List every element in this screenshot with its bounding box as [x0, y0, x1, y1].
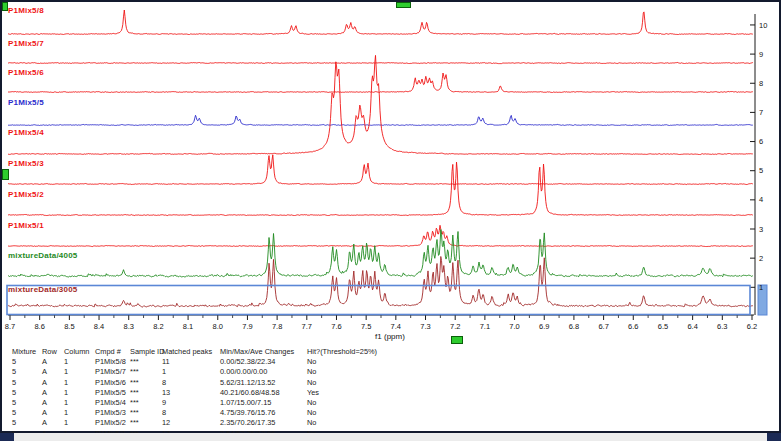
spectrum-label-p1mix5-8[interactable]: P1Mix5/8	[8, 6, 44, 15]
table-cell: P1Mix5/5	[95, 388, 130, 398]
table-cell: A	[42, 408, 64, 418]
spectrum-label-p1mix5-5[interactable]: P1Mix5/5	[8, 98, 44, 107]
table-row[interactable]: 5A1P1Mix5/4***91.07/15.00/7.15No	[2, 398, 779, 408]
table-header-cell: Column	[64, 347, 95, 357]
table-cell: 2.35/70.26/17.35	[220, 418, 307, 428]
spectrum-label-p1mix5-7[interactable]: P1Mix5/7	[8, 39, 44, 48]
spectrum-label-mixturedata-3005[interactable]: mixtureData/3005	[8, 285, 77, 294]
table-header-cell: Hit?(Threshold=25%)	[307, 347, 779, 357]
table-cell: 1	[64, 367, 95, 377]
table-cell: 5	[12, 367, 42, 377]
table-cell: P1Mix5/7	[95, 367, 130, 377]
x-tick-label: 7.1	[480, 322, 490, 331]
selection-handle-top-center-icon[interactable]	[396, 2, 411, 8]
y-tick-label: 7	[759, 108, 763, 117]
x-tick-label: 8.2	[153, 322, 163, 331]
table-cell: A	[42, 398, 64, 408]
table-cell: 1.07/15.00/7.15	[220, 398, 307, 408]
y-tick-label: 6	[759, 137, 763, 146]
x-tick-label: 7.6	[331, 322, 341, 331]
table-cell: 11	[162, 357, 220, 367]
table-cell: 5	[12, 357, 42, 367]
table-cell: P1Mix5/2	[95, 418, 130, 428]
table-cell: 1	[64, 398, 95, 408]
table-cell: ***	[130, 357, 162, 367]
x-tick-label: 8.5	[64, 322, 74, 331]
table-header-cell: Sample ID	[130, 347, 162, 357]
results-table: MixtureRowColumnCmpd #Sample IDMatched p…	[2, 347, 779, 439]
table-cell: No	[307, 378, 779, 388]
table-cell: ***	[130, 418, 162, 428]
table-cell: ***	[130, 378, 162, 388]
table-header-cell: Matched peaks	[162, 347, 220, 357]
trace-p1mix5-6[interactable]	[8, 73, 753, 93]
table-cell: 8	[162, 408, 220, 418]
x-tick-label: 8.3	[124, 322, 134, 331]
selection-handle-bottom-center-icon[interactable]	[451, 336, 463, 344]
x-tick-label: 7.4	[391, 322, 401, 331]
table-cell: ***	[130, 367, 162, 377]
x-tick-label: 6.9	[539, 322, 549, 331]
trace-mixturedata-3005[interactable]	[8, 257, 753, 308]
spectrum-label-p1mix5-6[interactable]: P1Mix5/6	[8, 68, 44, 77]
trace-p1mix5-8[interactable]	[8, 10, 753, 35]
x-tick-label: 7.3	[420, 322, 430, 331]
trace-mixturedata-4005[interactable]	[8, 230, 753, 278]
table-cell: P1Mix5/4	[95, 398, 130, 408]
trace-p1mix5-2[interactable]	[8, 162, 753, 215]
table-header-cell: Min/Max/Ave Changes	[220, 347, 307, 357]
table-row[interactable]: 5A1P1Mix5/6***85.62/31.12/13.52No	[2, 378, 779, 388]
table-cell: 1	[64, 378, 95, 388]
table-row[interactable]: 5A1P1Mix5/5***1340.21/60.68/48.58Yes	[2, 388, 779, 398]
trace-p1mix5-4[interactable]	[8, 55, 753, 154]
spectrum-label-p1mix5-1[interactable]: P1Mix5/1	[8, 221, 44, 230]
y-tick-label: 1	[759, 283, 763, 292]
table-cell: 40.21/60.68/48.58	[220, 388, 307, 398]
table-cell: 1	[162, 367, 220, 377]
page-margin	[0, 433, 781, 441]
spectrum-label-mixturedata-4005[interactable]: mixtureData/4005	[8, 251, 77, 260]
table-cell: 5	[12, 378, 42, 388]
selection-handle-top-left-icon[interactable]	[2, 2, 8, 11]
table-header-cell: Cmpd #	[95, 347, 130, 357]
selection-handle-left-middle-icon[interactable]	[2, 169, 9, 180]
table-cell: 4.75/39.76/15.76	[220, 408, 307, 418]
x-tick-label: 8.4	[94, 322, 104, 331]
spectrum-label-p1mix5-3[interactable]: P1Mix5/3	[8, 159, 44, 168]
x-tick-label: 6.2	[747, 322, 757, 331]
spectrum-label-p1mix5-4[interactable]: P1Mix5/4	[8, 128, 44, 137]
table-row[interactable]: 5A1P1Mix5/3***84.75/39.76/15.76No	[2, 408, 779, 418]
table-cell: No	[307, 418, 779, 428]
table-cell: A	[42, 388, 64, 398]
table-row[interactable]: 5A1P1Mix5/2***122.35/70.26/17.35No	[2, 418, 779, 428]
table-row[interactable]: 5A1P1Mix5/8***110.00/52.38/22.34No	[2, 357, 779, 367]
nmr-stacked-plot[interactable]: 8.78.68.58.48.38.28.18.07.97.87.77.67.57…	[2, 2, 779, 347]
x-tick-label: 7.8	[272, 322, 282, 331]
y-tick-label: 9	[759, 50, 763, 59]
x-tick-label: 8.1	[183, 322, 193, 331]
x-axis-title: f1 (ppm)	[375, 332, 405, 341]
table-cell: No	[307, 408, 779, 418]
x-tick-label: 6.6	[628, 322, 638, 331]
table-cell: No	[307, 357, 779, 367]
x-tick-label: 8.6	[34, 322, 44, 331]
x-tick-label: 6.7	[598, 322, 608, 331]
table-row[interactable]: 5A1P1Mix5/7***10.00/0.00/0.00No	[2, 367, 779, 377]
table-cell: P1Mix5/3	[95, 408, 130, 418]
table-header-cell: Mixture	[12, 347, 42, 357]
y-tick-label: 10	[759, 21, 767, 30]
table-cell: 12	[162, 418, 220, 428]
trace-p1mix5-3[interactable]	[8, 155, 753, 185]
table-cell: 0.00/52.38/22.34	[220, 357, 307, 367]
trace-p1mix5-7[interactable]	[8, 63, 753, 64]
table-cell: 1	[64, 418, 95, 428]
x-tick-label: 7.0	[509, 322, 519, 331]
x-tick-label: 6.3	[717, 322, 727, 331]
spectrum-label-p1mix5-2[interactable]: P1Mix5/2	[8, 190, 44, 199]
x-tick-label: 6.5	[658, 322, 668, 331]
table-header-cell: Row	[42, 347, 64, 357]
x-tick-label: 6.8	[569, 322, 579, 331]
trace-p1mix5-1[interactable]	[8, 225, 753, 246]
y-tick-label: 5	[759, 166, 763, 175]
plot-page: 8.78.68.58.48.38.28.18.07.97.87.77.67.57…	[0, 0, 781, 433]
